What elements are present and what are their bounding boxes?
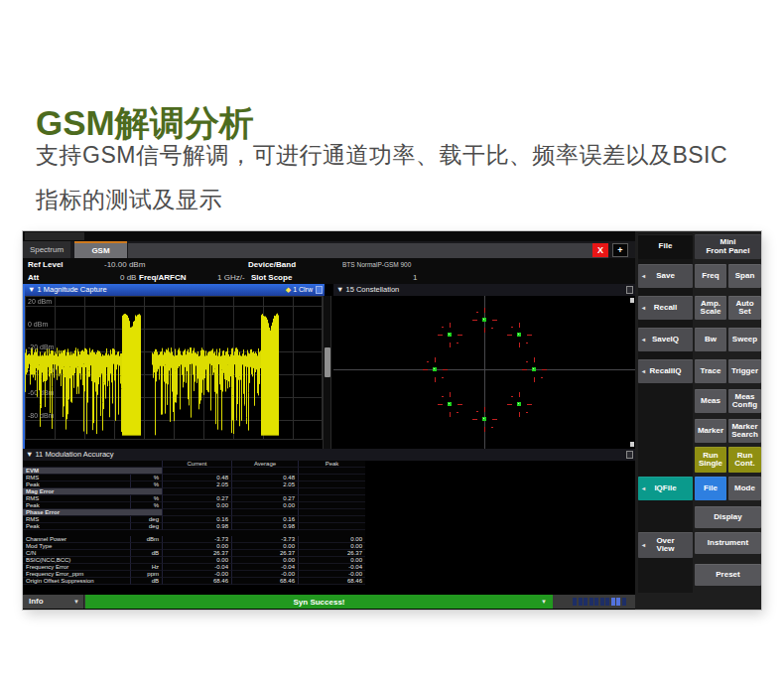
softkey-trigger[interactable]: Trigger (728, 359, 761, 383)
chevron-down-icon[interactable]: ▼ (541, 599, 547, 605)
column-header-current: Current (162, 461, 231, 468)
softkey-save[interactable]: ◂Save (638, 264, 693, 288)
softkey-overview[interactable]: ◂Over View (638, 532, 693, 558)
tab-add-button[interactable]: + (612, 243, 628, 257)
table-row: Mag Error (23, 488, 365, 495)
tab-spectrum[interactable]: Spectrum (23, 241, 70, 258)
magnitude-capture-panel: ▼ 1 Magnitude Capture ◆1 Clrw 0 μs 10 ms (23, 284, 323, 449)
softkey-run-single[interactable]: Run Single (695, 447, 726, 473)
modulation-accuracy-header[interactable]: ▼ 11 Modulation Accuracy (23, 449, 635, 461)
cell-current: -0.04 (162, 564, 231, 571)
softkey-meas[interactable]: Meas (695, 389, 726, 413)
cell-average: 0.00 (231, 557, 298, 564)
table-row: Phase Error (23, 509, 365, 516)
cell-label: Peak (23, 523, 130, 530)
cell-peak: 26.37 (298, 550, 365, 557)
mini-front-panel-header: Mini Front Panel (695, 234, 761, 259)
table-row: C/NdB26.3726.3726.37 (23, 550, 365, 557)
cell-peak (298, 482, 365, 488)
scrollbar-handle[interactable] (325, 347, 330, 377)
panel-menu-icon[interactable] (626, 451, 633, 459)
cell-label: Frequency Error_ppm (23, 571, 130, 578)
tab-close-button[interactable]: X (592, 243, 608, 257)
softkey-run-cont[interactable]: Run Cont. (728, 447, 761, 473)
modulation-accuracy-title: ▼ 11 Modulation Accuracy (26, 450, 114, 459)
table-row: RMS%0.480.48 (23, 475, 365, 482)
cell-unit: deg (130, 523, 162, 530)
capture-block (611, 598, 615, 606)
cell-unit: Hz (130, 564, 162, 571)
softkey-auto-set[interactable]: Auto Set (728, 296, 761, 320)
softkey-file[interactable]: File (695, 477, 726, 500)
magnitude-capture-header[interactable]: ▼ 1 Magnitude Capture ◆1 Clrw (25, 284, 325, 296)
cell-average: -0.00 (231, 571, 298, 578)
table-row: CurrentAveragePeak (23, 461, 365, 468)
cell-average: 0.00 (231, 543, 298, 550)
cell-peak (298, 516, 365, 523)
softkey-bw[interactable]: Bw (695, 328, 726, 351)
cell-current: 0.00 (162, 557, 231, 564)
softkey-marker-search[interactable]: Marker Search (728, 419, 761, 443)
submenu-arrow-icon: ◂ (642, 336, 645, 344)
att-value: 0 dB (120, 271, 136, 284)
softkey-instrument[interactable]: Instrument (695, 532, 761, 554)
table-row: Peak%2.052.05 (23, 482, 365, 488)
table-row: BSIC(NCC,BCC)0.000.000.00 (23, 557, 365, 564)
capture-block-indicator (573, 598, 626, 606)
cell-peak (298, 502, 365, 509)
cell-label: BSIC(NCC,BCC) (23, 557, 130, 564)
analyzer-screenshot: Spectrum GSM X + Ref Level -10.00 dBm De… (23, 231, 761, 610)
softkey-display[interactable]: Display (695, 506, 761, 528)
cell-current: 0.98 (162, 523, 231, 530)
softkey-mode[interactable]: Mode (728, 477, 761, 500)
cell-average: 0.16 (231, 516, 298, 523)
cell-peak: -0.00 (298, 571, 365, 578)
info-label: Info (29, 597, 44, 606)
cell-unit: % (130, 502, 162, 509)
tab-gsm[interactable]: GSM (74, 241, 127, 258)
softkey-span[interactable]: Span (728, 264, 761, 288)
panel-menu-icon[interactable] (316, 286, 323, 294)
modulation-accuracy-panel: ▼ 11 Modulation Accuracy CurrentAverageP… (23, 449, 635, 581)
info-dropdown[interactable]: Info ▼ (23, 595, 84, 609)
submenu-arrow-icon: ◂ (642, 367, 645, 376)
cell-label: RMS (23, 475, 130, 482)
trace-diamond-icon: ◆ (286, 286, 291, 293)
cell-unit: ppm (130, 571, 162, 578)
softkey-freq[interactable]: Freq (695, 264, 726, 288)
cell-unit: dB (130, 550, 162, 557)
magnitude-trace (25, 296, 323, 440)
cell-peak (298, 495, 365, 502)
capture-block (616, 598, 620, 606)
softkey-trace[interactable]: Trace (695, 359, 726, 383)
freq-arfcn-value: 1 GHz/- (217, 271, 245, 284)
softkey-sweep[interactable]: Sweep (728, 328, 761, 351)
panel-scrollbar[interactable] (323, 296, 331, 449)
softkey-iqfile[interactable]: ◂IQFile (638, 477, 693, 500)
softkey-recalliq[interactable]: ◂RecallIQ (638, 359, 693, 383)
softkey-preset[interactable]: Preset (695, 564, 761, 586)
constellation-header[interactable]: ▼ 15 Constellation (333, 284, 635, 296)
capture-block (584, 598, 588, 606)
header-row-1: Ref Level -10.00 dBm Device/Band BTS Nor… (23, 258, 635, 271)
softkey-marker[interactable]: Marker (695, 419, 726, 443)
softkey-recall[interactable]: ◂Recall (638, 296, 693, 320)
panel-menu-icon[interactable] (626, 286, 633, 294)
constellation-plot (333, 296, 635, 449)
cell-current: -3.73 (162, 536, 231, 543)
table-row: Origin Offset SuppressiondB68.4668.4668.… (23, 578, 365, 585)
softkey-saveiq[interactable]: ◂SaveIQ (638, 328, 693, 351)
description-line-1: 支持GSM信号解调，可进行通道功率、载干比、频率误差以及BSIC (36, 140, 727, 171)
softkey-amp-scale[interactable]: Amp. Scale (695, 296, 726, 320)
softkey-meas-config[interactable]: Meas Config (728, 389, 761, 413)
cell-average: 26.37 (231, 550, 298, 557)
cell-average (231, 509, 298, 516)
cell-current: 0.00 (162, 502, 231, 509)
cell-peak (298, 475, 365, 482)
cell-peak: 68.46 (298, 578, 365, 585)
trace-legend-label: 1 Clrw (293, 286, 313, 293)
cell-current: 26.37 (162, 550, 231, 557)
cell-label: C/N (23, 550, 130, 557)
softkey-recall-label: Recall (654, 304, 678, 313)
ref-level-label: Ref Level (28, 258, 64, 271)
